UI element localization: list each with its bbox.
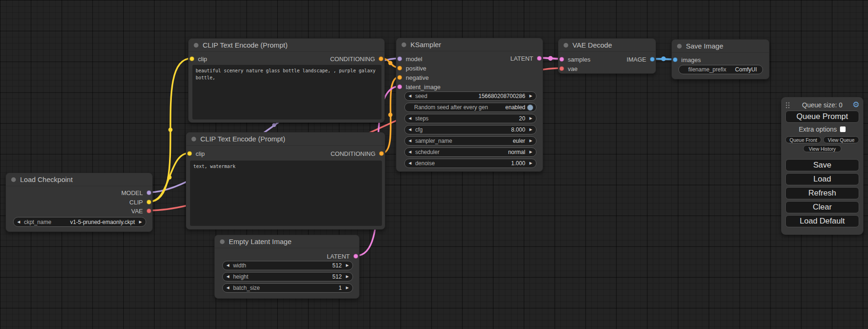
node-title-bar[interactable]: CLIP Text Encode (Prompt) <box>186 133 385 146</box>
prompt-text-area[interactable]: text, watermark <box>190 161 382 226</box>
node-load-checkpoint[interactable]: Load Checkpoint MODEL CLIP VAE ◀ ckpt_na… <box>6 173 153 232</box>
conditioning-port-icon[interactable] <box>397 75 402 80</box>
vae-port-icon[interactable] <box>559 66 564 71</box>
output-slot-latent[interactable]: LATENT <box>327 252 359 261</box>
batch-size-widget[interactable]: ◀ batch_size 1 ▶ <box>222 283 353 293</box>
arrow-right-icon[interactable]: ▶ <box>529 150 532 154</box>
arrow-right-icon[interactable]: ▶ <box>346 264 349 267</box>
arrow-left-icon[interactable]: ◀ <box>409 161 411 165</box>
input-slot-model[interactable]: model <box>396 54 422 63</box>
steps-widget[interactable]: ◀ steps 20 ▶ <box>404 114 536 123</box>
output-slot-vae[interactable]: VAE <box>131 206 152 216</box>
load-button[interactable]: Load <box>785 173 859 185</box>
node-save-image[interactable]: Save Image images filename_prefix ComfyU… <box>671 39 769 79</box>
queue-front-button[interactable]: Queue Front <box>785 136 821 143</box>
arrow-left-icon[interactable]: ◀ <box>409 150 411 154</box>
clear-button[interactable]: Clear <box>785 201 859 213</box>
load-default-button[interactable]: Load Default <box>785 215 859 227</box>
input-slot-clip[interactable]: clip <box>186 149 205 158</box>
scheduler-widget[interactable]: ◀ scheduler normal ▶ <box>404 147 536 157</box>
collapse-dot-icon[interactable] <box>564 43 568 48</box>
latent-port-icon[interactable] <box>353 254 358 259</box>
height-widget[interactable]: ◀ height 512 ▶ <box>222 272 353 281</box>
input-slot-samples[interactable]: samples <box>558 55 590 64</box>
collapse-dot-icon[interactable] <box>191 137 196 141</box>
arrow-right-icon[interactable]: ▶ <box>529 128 532 132</box>
input-slot-negative[interactable]: negative <box>396 73 429 82</box>
input-slot-images[interactable]: images <box>672 55 701 64</box>
model-port-icon[interactable] <box>397 56 402 61</box>
node-clip-text-encode-positive[interactable]: CLIP Text Encode (Prompt) clip CONDITION… <box>188 38 385 123</box>
input-slot-latent-image[interactable]: latent_image <box>396 82 440 91</box>
clip-port-icon[interactable] <box>147 200 151 204</box>
latent-port-icon[interactable] <box>559 57 564 62</box>
conditioning-port-icon[interactable] <box>379 151 384 156</box>
conditioning-port-icon[interactable] <box>397 66 402 70</box>
node-ksampler[interactable]: KSampler model positive negative latent_… <box>396 38 543 172</box>
arrow-left-icon[interactable]: ◀ <box>17 220 20 224</box>
input-slot-positive[interactable]: positive <box>396 63 426 73</box>
width-widget[interactable]: ◀ width 512 ▶ <box>222 261 353 270</box>
output-slot-conditioning[interactable]: CONDITIONING <box>330 54 384 63</box>
collapse-dot-icon[interactable] <box>220 239 225 244</box>
arrow-right-icon[interactable]: ▶ <box>139 220 142 224</box>
view-queue-button[interactable]: View Queue <box>823 136 859 143</box>
node-empty-latent-image[interactable]: Empty Latent Image LATENT ◀ width 512 ▶ … <box>214 235 360 299</box>
node-graph-canvas[interactable]: Load Checkpoint MODEL CLIP VAE ◀ ckpt_na… <box>0 0 868 329</box>
node-title-bar[interactable]: VAE Decode <box>558 39 656 52</box>
node-title-bar[interactable]: Save Image <box>672 40 769 53</box>
sampler-name-widget[interactable]: ◀ sampler_name euler ▶ <box>404 136 536 146</box>
arrow-left-icon[interactable]: ◀ <box>226 275 229 279</box>
drag-handle-icon[interactable] <box>785 102 790 108</box>
image-port-icon[interactable] <box>673 57 677 62</box>
output-slot-image[interactable]: IMAGE <box>627 55 656 64</box>
cfg-widget[interactable]: ◀ cfg 8.000 ▶ <box>404 125 536 134</box>
arrow-right-icon[interactable]: ▶ <box>346 275 349 279</box>
clip-port-icon[interactable] <box>190 56 194 61</box>
arrow-right-icon[interactable]: ▶ <box>529 139 532 143</box>
refresh-button[interactable]: Refresh <box>785 187 859 199</box>
node-title-bar[interactable]: CLIP Text Encode (Prompt) <box>189 39 384 52</box>
arrow-right-icon[interactable]: ▶ <box>529 161 532 165</box>
input-slot-vae[interactable]: vae <box>558 64 578 73</box>
arrow-right-icon[interactable]: ▶ <box>529 117 532 120</box>
random-seed-toggle[interactable]: Random seed after every gen enabled <box>404 103 536 112</box>
arrow-left-icon[interactable]: ◀ <box>226 286 229 290</box>
arrow-right-icon[interactable]: ▶ <box>529 94 532 98</box>
node-title-bar[interactable]: KSampler <box>396 38 543 51</box>
arrow-left-icon[interactable]: ◀ <box>409 128 411 132</box>
collapse-dot-icon[interactable] <box>194 43 198 48</box>
latent-port-icon[interactable] <box>537 56 542 61</box>
latent-port-icon[interactable] <box>397 84 402 89</box>
extra-options-checkbox[interactable] <box>840 126 846 132</box>
node-title-bar[interactable]: Empty Latent Image <box>215 235 359 248</box>
ckpt-name-widget[interactable]: ◀ ckpt_name v1-5-pruned-emaonly.ckpt ▶ <box>13 217 146 227</box>
queue-prompt-button[interactable]: Queue Prompt <box>785 111 859 123</box>
denoise-widget[interactable]: ◀ denoise 1.000 ▶ <box>404 159 536 168</box>
conditioning-port-icon[interactable] <box>379 56 383 61</box>
seed-widget[interactable]: ◀ seed 156680208700286 ▶ <box>404 91 536 101</box>
node-title-bar[interactable]: Load Checkpoint <box>6 173 152 186</box>
clip-port-icon[interactable] <box>187 151 192 156</box>
settings-gear-icon[interactable]: ⚙ <box>853 100 860 110</box>
save-button[interactable]: Save <box>785 159 859 171</box>
collapse-dot-icon[interactable] <box>11 177 16 182</box>
output-slot-conditioning[interactable]: CONDITIONING <box>331 149 385 158</box>
arrow-left-icon[interactable]: ◀ <box>409 139 411 143</box>
output-slot-latent[interactable]: LATENT <box>510 54 543 63</box>
collapse-dot-icon[interactable] <box>677 44 682 49</box>
filename-prefix-widget[interactable]: filename_prefix ComfyUI <box>678 65 763 74</box>
input-slot-clip[interactable]: clip <box>189 54 207 63</box>
arrow-left-icon[interactable]: ◀ <box>409 117 411 120</box>
arrow-left-icon[interactable]: ◀ <box>226 264 229 267</box>
toggle-enabled-icon[interactable] <box>527 105 533 111</box>
node-clip-text-encode-negative[interactable]: CLIP Text Encode (Prompt) clip CONDITION… <box>186 132 385 230</box>
view-history-button[interactable]: View History <box>803 145 841 152</box>
prompt-text-area[interactable]: beautiful scenery nature glass bottle la… <box>192 65 381 119</box>
output-slot-clip[interactable]: CLIP <box>129 197 152 207</box>
node-vae-decode[interactable]: VAE Decode samples vae IMAGE <box>558 38 656 74</box>
arrow-left-icon[interactable]: ◀ <box>409 94 411 98</box>
output-slot-model[interactable]: MODEL <box>121 188 152 197</box>
model-port-icon[interactable] <box>147 190 151 195</box>
collapse-dot-icon[interactable] <box>402 42 406 47</box>
